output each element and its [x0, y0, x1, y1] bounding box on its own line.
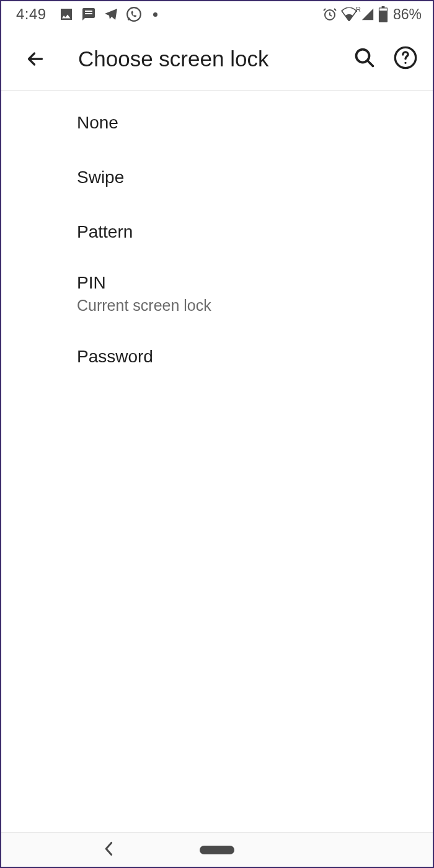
option-password[interactable]: Password: [1, 329, 433, 384]
option-none[interactable]: None: [1, 96, 433, 150]
status-clock: 4:49: [16, 6, 46, 23]
photos-icon: [59, 7, 74, 22]
page-title: Choose screen lock: [78, 47, 340, 71]
option-subtitle: Current screen lock: [77, 297, 420, 315]
back-button[interactable]: [20, 43, 51, 74]
option-pattern[interactable]: Pattern: [1, 205, 433, 259]
option-label: PIN: [77, 273, 420, 293]
search-icon: [353, 47, 376, 71]
app-bar: Choose screen lock: [1, 27, 433, 91]
status-left: 4:49: [16, 6, 157, 23]
svg-rect-2: [379, 9, 387, 11]
whatsapp-icon: [126, 6, 142, 22]
telegram-icon: [104, 7, 118, 22]
battery-icon: [378, 6, 388, 22]
lock-options-list: None Swipe Pattern PIN Current screen lo…: [1, 91, 433, 384]
alarm-icon: [322, 7, 337, 22]
system-back-button[interactable]: [103, 841, 115, 859]
signal-icon: [361, 7, 374, 21]
option-swipe[interactable]: Swipe: [1, 150, 433, 205]
system-nav-bar: [1, 832, 433, 867]
svg-point-5: [404, 61, 406, 63]
option-label: Pattern: [77, 222, 420, 242]
wifi-icon: R: [341, 7, 357, 21]
help-icon: [393, 45, 418, 73]
option-label: None: [77, 113, 420, 133]
battery-percent: 86%: [393, 6, 422, 23]
status-bar: 4:49 R 86%: [1, 1, 433, 27]
option-label: Swipe: [77, 168, 420, 187]
option-label: Password: [77, 347, 420, 367]
more-notifications-dot: [153, 12, 157, 17]
option-pin[interactable]: PIN Current screen lock: [1, 259, 433, 329]
messages-icon: [81, 7, 96, 22]
system-home-pill[interactable]: [200, 846, 234, 854]
search-button[interactable]: [348, 43, 381, 75]
help-button[interactable]: [389, 43, 422, 75]
status-right: R 86%: [322, 6, 422, 23]
